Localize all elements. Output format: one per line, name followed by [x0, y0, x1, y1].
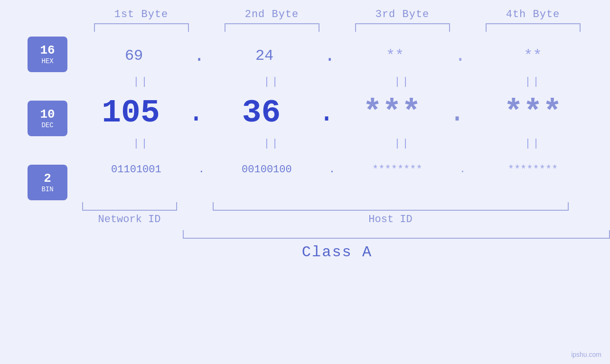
bottom-bracket-net — [64, 202, 195, 211]
hex-dot-3: . — [455, 46, 466, 66]
class-row: Class A — [0, 243, 610, 261]
equals-row-1: || || || || — [76, 75, 610, 89]
hex-val-4: ** — [524, 47, 542, 65]
bin-dot-2: . — [329, 164, 335, 176]
dec-val-3: *** — [363, 94, 421, 131]
bracket-1 — [76, 23, 206, 32]
big-bracket-spacer — [64, 230, 183, 239]
bracket-line-1 — [94, 23, 189, 32]
dec-row: 105 . 36 . *** . — [76, 89, 610, 136]
bracket-2 — [206, 23, 337, 32]
equals-2-3: || — [337, 138, 468, 149]
dec-badge-num: 10 — [40, 108, 55, 121]
bin-cell-4: ******** — [468, 164, 598, 176]
equals-1-2: || — [206, 76, 337, 88]
hex-val-3: ** — [386, 47, 404, 65]
bin-badge-num: 2 — [44, 172, 51, 186]
hex-val-2: 24 — [255, 47, 273, 65]
hex-dot-2: . — [324, 46, 335, 66]
equals-1-3: || — [337, 76, 468, 88]
byte-header-3: 3rd Byte — [337, 9, 468, 20]
bin-cell-1: 01101001 . — [76, 164, 206, 176]
hex-cell-1: 69 . — [76, 46, 206, 66]
dec-badge: 10 DEC — [28, 101, 67, 136]
hex-cell-2: 24 . — [206, 46, 337, 66]
big-bracket-line — [183, 230, 610, 239]
network-id-label: Network ID — [64, 214, 195, 225]
dec-dot-3: . — [449, 99, 466, 131]
equals-row-2: || || || || — [76, 136, 610, 150]
bin-cell-3: ******** . — [337, 164, 468, 176]
byte-headers-row: 1st Byte 2nd Byte 3rd Byte 4th Byte — [0, 0, 610, 20]
bottom-bracket-host-line — [213, 202, 569, 211]
bracket-line-2 — [225, 23, 319, 32]
bin-val-2: 00100100 — [242, 164, 292, 176]
hex-val-1: 69 — [125, 47, 143, 65]
bottom-brackets-row — [0, 202, 610, 211]
dec-dot-2: . — [318, 99, 335, 131]
top-brackets-row — [0, 23, 610, 32]
bin-val-1: 01101001 — [111, 164, 161, 176]
bin-dot-3: . — [460, 164, 466, 176]
hex-dot-1: . — [194, 46, 205, 66]
equals-2-2: || — [206, 138, 337, 149]
bin-val-4: ******** — [508, 164, 558, 176]
dec-cell-3: *** . — [337, 94, 468, 131]
equals-1-1: || — [76, 76, 206, 88]
dec-cell-4: *** — [468, 94, 598, 131]
byte-header-4: 4th Byte — [468, 9, 598, 20]
bracket-4 — [468, 23, 598, 32]
hex-cell-4: ** — [468, 47, 598, 65]
bracket-line-3 — [355, 23, 450, 32]
bracket-3 — [337, 23, 468, 32]
bin-badge: 2 BIN — [28, 165, 67, 200]
dec-dot-1: . — [188, 99, 205, 131]
watermark: ipshu.com — [571, 351, 601, 358]
bottom-bracket-host — [195, 202, 586, 211]
class-label: Class A — [88, 243, 586, 261]
bin-val-3: ******** — [372, 164, 422, 176]
rows-wrapper: 16 HEX 10 DEC 2 BIN 69 . — [0, 37, 610, 200]
bottom-bracket-net-line — [82, 202, 177, 211]
badge-column: 16 HEX 10 DEC 2 BIN — [19, 37, 76, 200]
equals-2-1: || — [76, 138, 206, 149]
dec-val-4: *** — [504, 94, 562, 131]
equals-1-4: || — [468, 76, 598, 88]
bin-dot-1: . — [198, 164, 205, 176]
dec-val-2: 36 — [242, 94, 281, 131]
id-labels-row: Network ID Host ID — [0, 214, 610, 225]
dec-cell-2: 36 . — [206, 94, 337, 131]
hex-badge-num: 16 — [40, 44, 55, 57]
equals-2-4: || — [468, 138, 598, 149]
hex-badge: 16 HEX — [28, 37, 67, 72]
main-container: 1st Byte 2nd Byte 3rd Byte 4th Byte 16 H… — [0, 0, 610, 364]
data-section: 69 . 24 . ** . — [76, 37, 610, 200]
bin-badge-label: BIN — [41, 186, 53, 193]
dec-badge-label: DEC — [41, 121, 53, 129]
dec-val-1: 105 — [102, 94, 160, 131]
hex-row: 69 . 24 . ** . — [76, 37, 610, 75]
bracket-line-4 — [486, 23, 581, 32]
hex-cell-3: ** . — [337, 46, 468, 66]
byte-header-2: 2nd Byte — [206, 9, 337, 20]
big-bracket-row — [0, 230, 610, 239]
byte-header-1: 1st Byte — [76, 9, 206, 20]
bin-cell-2: 00100100 . — [206, 164, 337, 176]
bin-row: 01101001 . 00100100 . ******** . — [76, 150, 610, 188]
dec-cell-1: 105 . — [76, 94, 206, 131]
host-id-label: Host ID — [195, 214, 586, 225]
hex-badge-label: HEX — [41, 57, 53, 65]
